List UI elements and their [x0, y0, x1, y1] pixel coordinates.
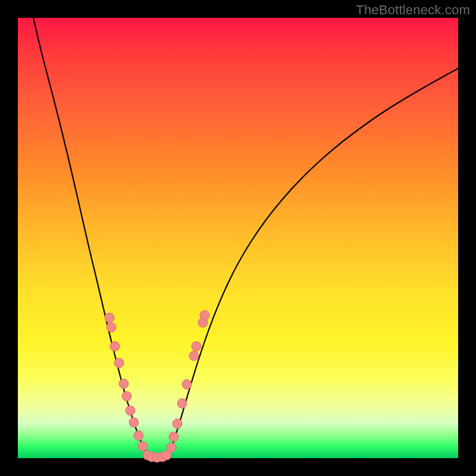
data-point [119, 379, 129, 389]
data-point [110, 342, 120, 351]
data-point [122, 392, 131, 401]
data-point [134, 431, 143, 440]
data-point [114, 358, 124, 368]
data-point [189, 351, 199, 361]
data-point [107, 322, 116, 332]
data-point [169, 432, 178, 441]
data-point [105, 313, 114, 322]
data-point [182, 380, 192, 389]
data-point [162, 450, 171, 460]
chart-overlay [18, 18, 458, 458]
data-point [173, 419, 182, 428]
data-point [138, 441, 148, 451]
data-point [177, 399, 187, 408]
watermark-text: TheBottleneck.com [356, 2, 470, 18]
data-point [200, 311, 209, 320]
left-curve [33, 18, 148, 457]
data-point [192, 342, 201, 351]
chart-frame [18, 18, 458, 458]
data-points [105, 311, 209, 462]
data-point [126, 406, 135, 415]
right-curve [168, 68, 458, 457]
data-point [129, 418, 139, 427]
